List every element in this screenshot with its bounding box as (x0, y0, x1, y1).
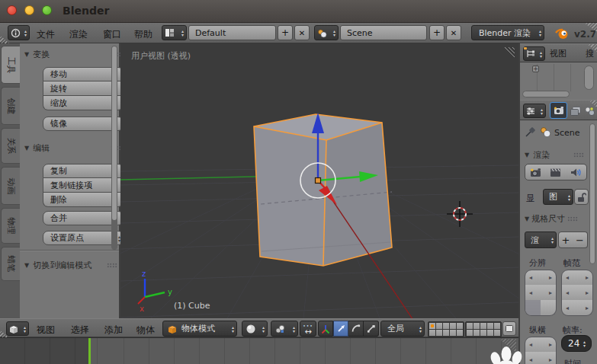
add-layout-button[interactable]: + (278, 25, 293, 40)
panel-header-edit[interactable]: ▼ 编辑 (24, 142, 121, 154)
delete-layout-button[interactable]: ✕ (294, 25, 310, 40)
tab-render-layers-context[interactable] (568, 104, 583, 118)
menu-help[interactable]: 帮助 (134, 28, 152, 41)
minimize-window-button[interactable] (24, 5, 34, 15)
screen-icon (505, 324, 514, 333)
close-window-button[interactable] (7, 5, 17, 15)
add-scene-button[interactable]: + (429, 25, 445, 40)
decrement-arrow-icon[interactable]: ◂ (566, 289, 569, 296)
layer-cell-active[interactable] (429, 323, 435, 329)
viewport-3d[interactable]: 用户视图 (透视) (120, 43, 518, 318)
tab-animation[interactable]: 动画 (1, 167, 20, 205)
framerate-select[interactable]: 24 ▴▾ (561, 335, 592, 352)
frame-end-stepper[interactable]: ◂▸ (561, 285, 593, 301)
outliner-view-menu[interactable]: 视图 (550, 48, 567, 59)
increment-arrow-icon[interactable]: ▸ (549, 356, 552, 363)
scene-crumb-icon[interactable] (539, 126, 552, 139)
increment-arrow-icon[interactable]: ▸ (586, 305, 589, 311)
outliner-search-menu[interactable]: 搜 (586, 48, 594, 59)
editor-type-info-button[interactable]: ▴▾ (8, 25, 30, 40)
preset-add-button[interactable]: + (558, 231, 573, 248)
manipulate-center-points-toggle[interactable]: ••• ↔ (300, 321, 316, 337)
increment-arrow-icon[interactable]: ▸ (586, 289, 589, 296)
aspect-x-stepper[interactable]: ◂▸ (525, 337, 557, 353)
shading-select[interactable]: ▴▾ (242, 321, 268, 337)
panel-header-mode-toggle[interactable]: ▼ 切换到编辑模式 (24, 260, 117, 271)
menu-file[interactable]: 文件 (37, 28, 55, 41)
tab-scene-context[interactable] (583, 104, 597, 118)
decrement-arrow-icon[interactable]: ◂ (529, 356, 532, 363)
view-menu[interactable]: 视图 (37, 324, 55, 337)
preset-remove-button[interactable]: − (573, 231, 588, 248)
tab-relations[interactable]: 关系 (1, 128, 20, 164)
scene-name-field[interactable]: Scene (340, 25, 427, 40)
tab-create[interactable]: 创建 (1, 87, 20, 125)
aspect-y-stepper[interactable]: ◂▸ (525, 352, 557, 364)
tab-render-context[interactable] (550, 102, 567, 119)
increment-arrow-icon[interactable]: ▸ (586, 274, 589, 281)
pivot-select[interactable]: ▴▾ (271, 321, 298, 337)
panel-grip-icon[interactable] (107, 263, 117, 268)
timeline-playhead[interactable] (88, 338, 91, 364)
scene-browse-button[interactable]: ▴▾ (314, 25, 339, 40)
outliner-tree-area[interactable]: + (520, 62, 597, 100)
decrement-arrow-icon[interactable]: ◂ (566, 274, 569, 281)
display-mode-select[interactable]: 图 ▴▾ (543, 189, 573, 205)
orientation-select[interactable]: 全局 ▴▾ (380, 321, 425, 337)
outliner-vscrollbar[interactable] (584, 65, 594, 90)
layers-grid-left[interactable] (428, 321, 464, 337)
panel-header-transform[interactable]: ▼ 变换 (24, 49, 121, 60)
add-menu[interactable]: 添加 (104, 324, 123, 337)
increment-arrow-icon[interactable]: ▸ (549, 341, 552, 348)
translate-manipulator-button[interactable] (333, 321, 348, 337)
tab-tools[interactable]: 工具 (1, 46, 20, 84)
resolution-percentage-slider[interactable] (525, 300, 557, 316)
screen-layout-field[interactable]: Default (188, 25, 276, 40)
expand-icon[interactable]: + (532, 65, 539, 72)
pivot-point-icon (274, 324, 286, 334)
tab-grease-pencil[interactable]: 蜡笔 (1, 247, 20, 281)
context-breadcrumb[interactable]: Scene (554, 128, 580, 138)
outliner-hscrollbar[interactable] (522, 91, 570, 97)
render-animation-button[interactable] (545, 164, 567, 180)
layers-grid-right[interactable] (465, 321, 502, 337)
render-preset-select[interactable]: 渲 ▴▾ (525, 231, 557, 248)
frame-step-stepper[interactable]: ◂▸ (561, 300, 593, 316)
render-still-button[interactable] (525, 164, 546, 180)
delete-scene-button[interactable]: ✕ (446, 25, 461, 40)
decrement-arrow-icon[interactable]: ◂ (566, 305, 569, 311)
menu-render[interactable]: 渲染 (69, 28, 88, 41)
rotate-manipulator-button[interactable] (348, 321, 364, 337)
editor-type-3dview-button[interactable]: ▴▾ (6, 321, 29, 336)
object-menu[interactable]: 物体 (136, 324, 155, 337)
decrement-arrow-icon[interactable]: ◂ (529, 289, 532, 296)
increment-arrow-icon[interactable]: ▸ (549, 289, 552, 296)
editor-type-properties-button[interactable]: ▴▾ (523, 104, 546, 118)
timeline[interactable] (0, 337, 518, 364)
screen-layout-button[interactable]: ▴▾ (162, 25, 187, 40)
decrement-arrow-icon[interactable]: ◂ (529, 341, 532, 348)
increment-arrow-icon[interactable]: ▸ (549, 274, 552, 281)
shelf-scrollbar-thumb[interactable] (112, 46, 117, 220)
menu-window[interactable]: 窗口 (103, 28, 121, 41)
panel-header-dimensions[interactable]: ▼ 规格尺寸 (525, 213, 595, 225)
frame-start-stepper[interactable]: ◂▸ (561, 270, 593, 286)
decrement-arrow-icon[interactable]: ◂ (529, 274, 532, 281)
panel-header-render[interactable]: ▼ 渲染 (525, 149, 584, 161)
render-engine-select[interactable]: Blender 渲染 ▴▾ (471, 25, 544, 40)
render-audio-button[interactable] (566, 164, 587, 180)
select-menu[interactable]: 选择 (71, 324, 89, 337)
resolution-x-stepper[interactable]: ◂▸ (525, 270, 557, 286)
mode-select[interactable]: 物体模式 ▴▾ (162, 321, 237, 337)
pin-icon[interactable] (525, 126, 537, 138)
panel-grip-icon[interactable] (573, 152, 584, 158)
tab-physics[interactable]: 物理 (1, 208, 20, 244)
resolution-y-stepper[interactable]: ◂▸ (525, 285, 557, 301)
maximize-window-button[interactable] (42, 5, 52, 15)
lock-interface-button[interactable] (574, 189, 589, 205)
scale-manipulator-button[interactable] (364, 321, 379, 337)
manipulator-toggle-button[interactable] (318, 321, 333, 337)
properties-scrollbar-thumb[interactable] (589, 123, 595, 264)
lock-to-scene-button[interactable] (502, 321, 516, 336)
editor-type-outliner-button[interactable]: ▴▾ (523, 46, 545, 61)
